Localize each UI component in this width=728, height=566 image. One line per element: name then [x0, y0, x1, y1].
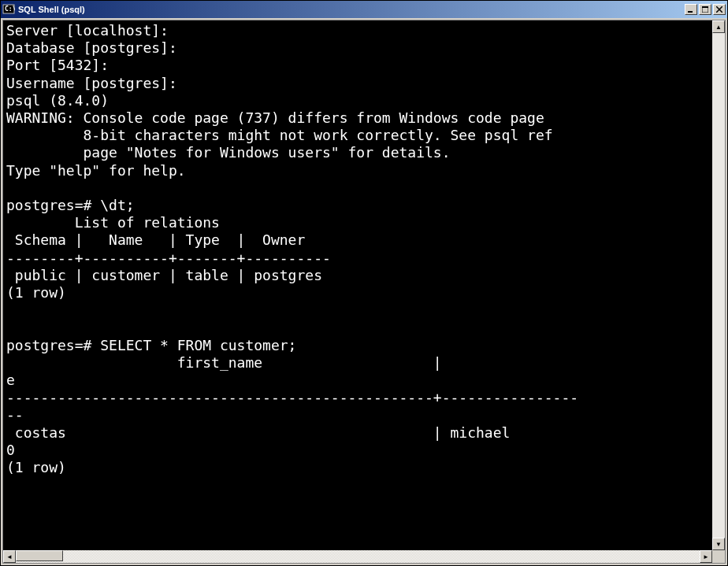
line-dt-row: public | customer | table | postgres	[6, 267, 322, 283]
svg-text:C:\: C:\	[5, 6, 15, 13]
vscroll-track[interactable]	[712, 33, 725, 538]
vertical-scrollbar[interactable]: ▲ ▼	[712, 20, 725, 550]
hscroll-track[interactable]	[16, 550, 700, 563]
line-dt-header: Schema | Name | Type | Owner	[6, 231, 305, 248]
line-select-row2: 0	[6, 442, 15, 458]
terminal-wrap: Server [localhost]: Database [postgres]:…	[3, 20, 725, 550]
terminal[interactable]: Server [localhost]: Database [postgres]:…	[3, 20, 712, 550]
psql-window: C:\ SQL Shell (psql) Server [localhost]:…	[0, 0, 728, 566]
scroll-down-button[interactable]: ▼	[712, 538, 725, 550]
line-version: psql (8.4.0)	[6, 92, 109, 109]
line-select-header: first_name |	[6, 354, 510, 371]
scrollbar-corner	[712, 550, 725, 563]
titlebar[interactable]: C:\ SQL Shell (psql)	[1, 1, 727, 18]
app-icon: C:\	[2, 3, 15, 16]
line-select-header2: e	[6, 372, 15, 388]
line-warning1: WARNING: Console code page (737) differs…	[6, 109, 553, 126]
line-dt-title: List of relations	[6, 214, 220, 231]
maximize-button[interactable]	[699, 4, 711, 15]
line-help: Type "help" for help.	[6, 162, 186, 179]
line-select-sep2: --	[6, 406, 24, 423]
line-port: Port [5432]:	[6, 57, 109, 73]
horizontal-scrollbar[interactable]: ◄ ►	[3, 550, 725, 563]
line-database: Database [postgres]:	[6, 39, 177, 56]
window-title: SQL Shell (psql)	[18, 5, 685, 14]
hscroll-thumb[interactable]	[16, 550, 63, 561]
line-warning2: 8-bit characters might not work correctl…	[6, 127, 553, 143]
line-select-row: costas | michael	[6, 424, 510, 441]
scroll-left-button[interactable]: ◄	[3, 550, 16, 563]
line-select-sep: ----------------------------------------…	[6, 389, 578, 405]
line-server: Server [localhost]:	[6, 22, 169, 39]
scroll-up-button[interactable]: ▲	[712, 20, 725, 33]
close-button[interactable]	[713, 4, 726, 15]
scroll-right-button[interactable]: ►	[700, 550, 712, 563]
svg-rect-4	[702, 6, 708, 8]
line-dt-cmd: postgres=# \dt;	[6, 197, 135, 213]
line-select-count: (1 row)	[6, 459, 66, 475]
line-select-cmd: postgres=# SELECT * FROM customer;	[6, 337, 296, 353]
line-dt-sep: --------+----------+-------+----------	[6, 250, 331, 266]
minimize-button[interactable]	[685, 4, 697, 15]
svg-rect-2	[688, 11, 693, 13]
client-area: Server [localhost]: Database [postgres]:…	[2, 20, 726, 564]
line-username: Username [postgres]:	[6, 75, 177, 91]
line-warning3: page "Notes for Windows users" for detai…	[6, 144, 451, 161]
window-controls	[685, 4, 726, 15]
line-dt-count: (1 row)	[6, 284, 66, 301]
